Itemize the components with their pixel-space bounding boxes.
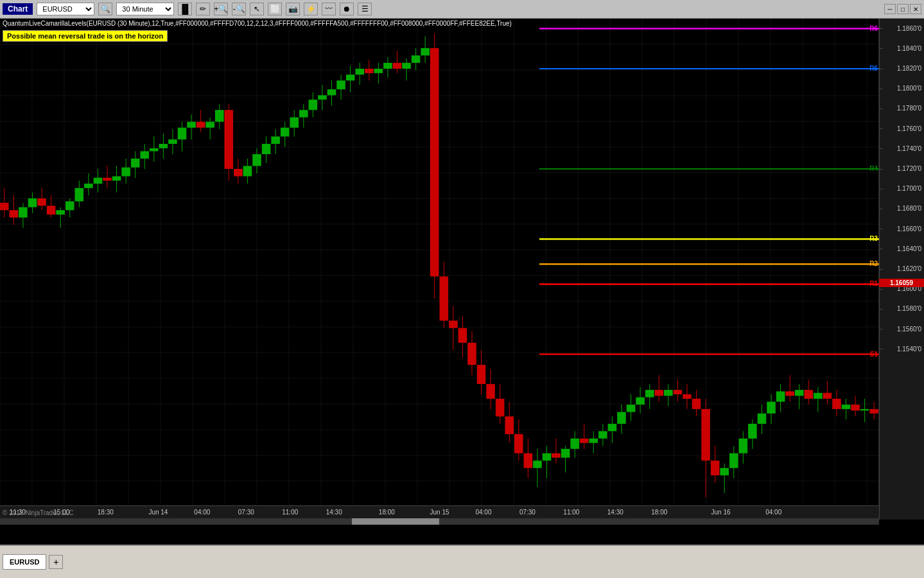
- connect-icon[interactable]: 〰: [322, 3, 336, 15]
- price-tick: 1.1840'0: [879, 45, 924, 52]
- camarilla-label-S1: S1: [870, 351, 878, 358]
- time-label: Jun 15: [430, 509, 449, 516]
- price-axis: 1.1860'01.1840'01.1820'01.1800'01.1780'0…: [879, 19, 924, 520]
- chart-label: Chart: [3, 3, 33, 15]
- time-label: 18:30: [98, 509, 114, 516]
- snapshot-icon[interactable]: 📷: [286, 3, 300, 15]
- bar-chart-icon[interactable]: ▐▌: [178, 3, 192, 15]
- symbol-select[interactable]: EURUSD: [37, 3, 94, 15]
- price-tick: 1.1820'0: [879, 65, 924, 72]
- time-label: 14:30: [326, 509, 342, 516]
- time-label: 07:30: [238, 509, 254, 516]
- price-tick: 1.1680'0: [879, 205, 924, 212]
- close-button[interactable]: ✕: [910, 4, 921, 14]
- camarilla-label-R3: R3: [869, 235, 878, 242]
- time-label: 18:00: [379, 509, 395, 516]
- price-tick: 1.1540'0: [879, 346, 924, 353]
- alert-box: Possible mean reversal trade is on the h…: [3, 30, 168, 42]
- camarilla-label-R5: R5: [869, 65, 878, 72]
- time-label: 04:00: [194, 509, 210, 516]
- camarilla-label-R1: R1: [869, 280, 878, 287]
- indicator-label: QuantumLiveCamarillaLevels(EURUSD (30 Mi…: [3, 20, 512, 27]
- title-bar: Chart EURUSD 🔍 30 Minute ▐▌ ✏ +🔍 -🔍 ↖ ⬜ …: [0, 0, 924, 19]
- scrollbar-thumb[interactable]: [352, 518, 440, 525]
- bottom-bar: EURUSD +: [0, 545, 924, 578]
- current-price-badge: 1.16059: [879, 279, 924, 287]
- window-controls: ─ □ ✕: [884, 4, 921, 14]
- time-label: 04:00: [475, 509, 491, 516]
- chart-canvas: [0, 19, 924, 558]
- camarilla-label-R2: R2: [869, 260, 878, 267]
- time-label: 04:00: [765, 509, 781, 516]
- tab-add-button[interactable]: +: [49, 555, 63, 569]
- maximize-button[interactable]: □: [897, 4, 909, 14]
- cursor-icon[interactable]: ↖: [250, 3, 264, 15]
- rectangle-icon[interactable]: ⬜: [268, 3, 282, 15]
- price-tick: 1.1740'0: [879, 145, 924, 152]
- time-axis: 11:3015:0018:30Jun 1404:0007:3011:0014:3…: [0, 505, 879, 518]
- camarilla-label-R6: R6: [869, 25, 878, 32]
- horizontal-scrollbar[interactable]: [0, 518, 879, 525]
- time-label: 11:00: [282, 509, 298, 516]
- price-tick: 1.1780'0: [879, 105, 924, 112]
- time-label: Jun 14: [148, 509, 168, 516]
- record-icon[interactable]: ⏺: [340, 3, 354, 15]
- price-tick: 1.1700'0: [879, 185, 924, 192]
- price-tick: 1.1620'0: [879, 265, 924, 272]
- minimize-button[interactable]: ─: [884, 4, 896, 14]
- split-icon[interactable]: ⚡: [304, 3, 318, 15]
- price-tick: 1.1720'0: [879, 165, 924, 172]
- time-label: 11:00: [563, 509, 579, 516]
- price-tick: 1.1580'0: [879, 305, 924, 312]
- zoom-in-icon[interactable]: +🔍: [214, 3, 228, 15]
- time-label: Jun 16: [711, 509, 731, 516]
- chart-container: QuantumLiveCamarillaLevels(EURUSD (30 Mi…: [0, 19, 924, 558]
- price-tick: 1.1860'0: [879, 25, 924, 32]
- price-tick: 1.1640'0: [879, 245, 924, 252]
- camarilla-label-R4: R4: [869, 165, 878, 172]
- price-tick: 1.1760'0: [879, 125, 924, 132]
- menu-icon[interactable]: ☰: [358, 3, 372, 15]
- timeframe-select[interactable]: 30 Minute: [116, 3, 174, 15]
- draw-icon[interactable]: ✏: [196, 3, 210, 15]
- price-tick: 1.1560'0: [879, 326, 924, 333]
- price-tick: 1.1660'0: [879, 225, 924, 232]
- tab-eurusd[interactable]: EURUSD: [3, 554, 46, 570]
- time-label: 18:00: [651, 509, 667, 516]
- time-label: 14:30: [607, 509, 623, 516]
- price-tick: 1.1800'0: [879, 85, 924, 92]
- search-button[interactable]: 🔍: [98, 3, 112, 15]
- time-label: 07:30: [519, 509, 536, 516]
- zoom-out-icon[interactable]: -🔍: [232, 3, 246, 15]
- copyright: © 2018 NinjaTrader, LLC: [3, 509, 73, 516]
